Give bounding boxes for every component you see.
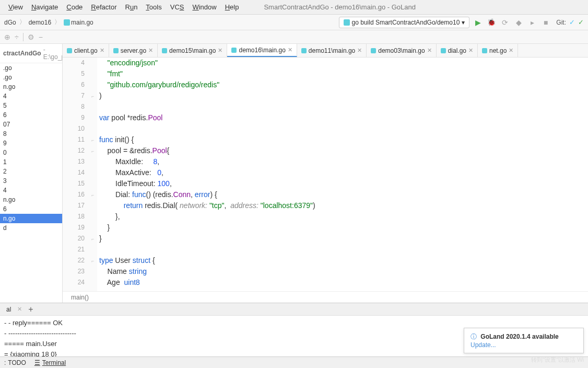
breadcrumb-file[interactable]: main.go [64, 19, 93, 26]
breadcrumb: dGo 〉 demo16 〉 main.go [4, 18, 93, 27]
close-tab-icon[interactable]: ✕ [427, 47, 432, 54]
profile-button[interactable]: ◆ [513, 17, 524, 28]
project-root[interactable]: ctractAndGo - E:\go_p [0, 44, 62, 63]
tree-item[interactable]: 6 [0, 204, 62, 214]
menu-refactor[interactable]: Refactor [87, 3, 121, 11]
git-commit-icon[interactable]: ✓ [578, 18, 584, 26]
git-update-icon[interactable]: ✓ [569, 18, 575, 26]
fold-column: ⌐⌐⌐⌐⌐⌐ [89, 58, 97, 291]
close-tab-icon[interactable]: ✕ [357, 47, 362, 54]
chevron-down-icon: ▾ [462, 19, 465, 26]
run-configuration-select[interactable]: go build SmartContractAndGo/demo10 ▾ [339, 17, 470, 28]
breadcrumb-sep-icon: 〉 [54, 18, 61, 27]
tree-item[interactable]: 2 [0, 167, 62, 176]
tree-item[interactable]: 6 [0, 110, 62, 120]
menu-view[interactable]: VieVieww [4, 3, 27, 11]
tree-item[interactable]: 4 [0, 91, 62, 101]
tree-item[interactable]: n.go [0, 82, 62, 91]
breadcrumb-root[interactable]: dGo [4, 19, 16, 26]
close-tab-icon[interactable]: ✕ [100, 47, 104, 54]
menu-code[interactable]: Code [62, 3, 87, 11]
go-file-icon [371, 48, 376, 53]
menu-tools[interactable]: Tools [142, 3, 166, 11]
tool-window-bar: : TODO ☰ Terminal [0, 356, 588, 368]
windows-watermark-sub: 转到"设置"以激活 Wi [531, 356, 584, 364]
tree-item[interactable]: 1 [0, 157, 62, 167]
go-file-icon [67, 48, 72, 53]
tree-item[interactable]: n.go [0, 195, 62, 204]
editor-tab[interactable]: dial.go✕ [437, 44, 478, 57]
todo-tab[interactable]: : TODO [4, 359, 26, 366]
editor-tab[interactable]: demo03\main.go✕ [367, 44, 436, 57]
menu-window[interactable]: Window [188, 3, 220, 11]
project-tree: .go .go n.go 4 5 6 07 8 9 0 1 2 3 4 n.go… [0, 63, 62, 233]
editor-tab[interactable]: client.go✕ [63, 44, 109, 57]
update-link[interactable]: Update... [471, 341, 496, 349]
editor-tabs: client.go✕server.go✕demo15\main.go✕demo1… [63, 44, 588, 58]
terminal-tab-button[interactable]: ☰ Terminal [34, 359, 66, 366]
terminal-tabs-bar: al ✕ + [0, 303, 588, 315]
menu-run[interactable]: Run [121, 3, 142, 11]
go-file-icon [162, 48, 167, 53]
menu-vcs[interactable]: VCS [166, 3, 189, 11]
attach-button[interactable]: ▸ [527, 17, 537, 28]
close-tab-icon[interactable]: ✕ [468, 47, 473, 54]
tree-item[interactable]: 4 [0, 186, 62, 195]
close-tab-icon[interactable]: ✕ [288, 47, 292, 53]
go-file-icon [113, 48, 119, 53]
menu-help[interactable]: Help [221, 3, 243, 11]
close-terminal-icon[interactable]: ✕ [17, 306, 22, 313]
editor-tab[interactable]: demo16\main.go✕ [227, 44, 297, 57]
breadcrumb-sep-icon: 〉 [19, 18, 26, 27]
tree-item[interactable]: .go [0, 63, 62, 73]
go-file-icon [482, 48, 487, 53]
debug-button[interactable]: 🐞 [486, 17, 497, 28]
update-notification: ⓘ GoLand 2020.1.4 available Update... [464, 328, 584, 353]
project-toolbar: ⊕ ÷ ⚙ − [0, 30, 588, 44]
editor-area: client.go✕server.go✕demo15\main.go✕demo1… [63, 44, 588, 303]
tree-item[interactable]: 3 [0, 176, 62, 186]
info-icon: ⓘ [471, 333, 477, 340]
navbar-right: go build SmartContractAndGo/demo10 ▾ ▶ 🐞… [339, 17, 584, 28]
terminal-tab[interactable]: al [6, 306, 11, 313]
code-content[interactable]: "encoding/json" "fmt" "github.com/garybu… [97, 58, 588, 291]
close-tab-icon[interactable]: ✕ [218, 47, 222, 54]
tree-item[interactable]: 5 [0, 101, 62, 110]
menu-navigate[interactable]: Navigate [27, 3, 62, 11]
run-button[interactable]: ▶ [473, 17, 483, 28]
gear-icon[interactable]: ⚙ [28, 33, 34, 41]
tree-item[interactable]: 8 [0, 129, 62, 139]
tree-item[interactable]: 9 [0, 139, 62, 148]
git-label: Git: [556, 19, 566, 26]
window-title: SmartContractAndGo - demo16\main.go - Go… [264, 3, 415, 11]
project-sidebar: ctractAndGo - E:\go_p .go .go n.go 4 5 6… [0, 44, 63, 303]
tree-item[interactable]: 07 [0, 120, 62, 129]
main-area: ctractAndGo - E:\go_p .go .go n.go 4 5 6… [0, 44, 588, 303]
notification-title: GoLand 2020.1.4 available [480, 333, 558, 340]
tree-item[interactable]: .go [0, 73, 62, 82]
hide-icon[interactable]: − [39, 33, 43, 41]
collapse-icon[interactable]: ÷ [15, 33, 19, 41]
coverage-button[interactable]: ⟳ [500, 17, 510, 28]
go-icon [344, 19, 350, 26]
line-gutter: 456789101112131415161718192021222324 [63, 58, 89, 291]
code-editor[interactable]: 456789101112131415161718192021222324 ⌐⌐⌐… [63, 58, 588, 291]
editor-tab[interactable]: demo15\main.go✕ [158, 44, 227, 57]
close-tab-icon[interactable]: ✕ [509, 47, 513, 54]
close-tab-icon[interactable]: ✕ [148, 47, 153, 54]
menu-bar: VieVieww Navigate Code Refactor Run Tool… [0, 0, 588, 15]
breadcrumb-folder[interactable]: demo16 [29, 19, 51, 26]
go-file-icon [64, 19, 70, 26]
expand-icon[interactable]: ⊕ [4, 33, 10, 41]
tree-item[interactable]: d [0, 223, 62, 233]
tree-item-selected[interactable]: n.go [0, 214, 62, 223]
go-file-icon [441, 48, 446, 53]
go-file-icon [301, 48, 307, 53]
stop-button[interactable]: ■ [540, 17, 551, 28]
editor-tab[interactable]: server.go✕ [109, 44, 158, 57]
add-terminal-button[interactable]: + [28, 305, 33, 314]
tree-item[interactable]: 0 [0, 148, 62, 157]
editor-tab[interactable]: demo11\main.go✕ [297, 44, 367, 57]
editor-tab[interactable]: net.go✕ [478, 44, 518, 57]
editor-breadcrumb[interactable]: main() [63, 291, 588, 303]
